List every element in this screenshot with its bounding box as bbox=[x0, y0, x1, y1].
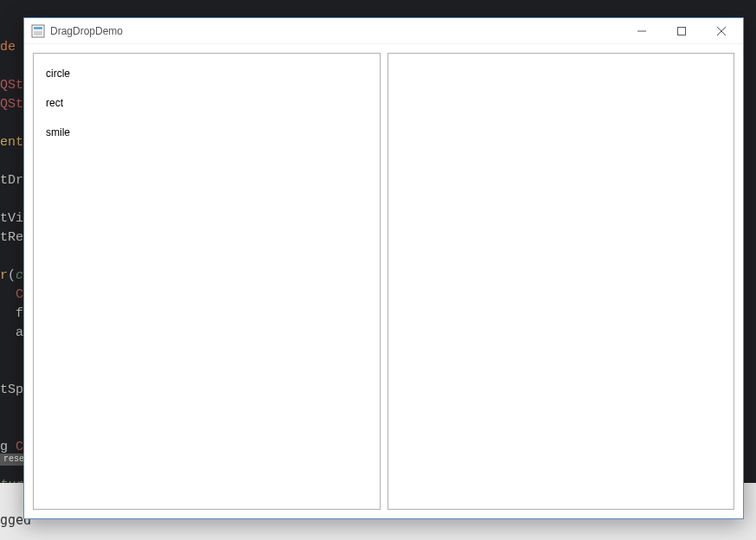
title-bar[interactable]: DragDropDemo bbox=[24, 18, 743, 44]
window-title: DragDropDemo bbox=[50, 25, 123, 37]
close-button[interactable] bbox=[702, 18, 741, 44]
application-window: DragDropDemo circle rect smile bbox=[23, 17, 744, 519]
list-item[interactable]: rect bbox=[34, 88, 380, 118]
svg-rect-2 bbox=[34, 31, 42, 35]
drop-target-panel[interactable] bbox=[388, 53, 735, 510]
list-item[interactable]: smile bbox=[34, 118, 380, 147]
svg-rect-1 bbox=[34, 27, 42, 29]
app-icon bbox=[31, 24, 45, 38]
svg-rect-4 bbox=[678, 27, 686, 35]
minimize-button[interactable] bbox=[622, 18, 662, 44]
list-item[interactable]: circle bbox=[34, 59, 380, 88]
source-list-panel[interactable]: circle rect smile bbox=[33, 53, 381, 510]
maximize-button[interactable] bbox=[662, 18, 702, 44]
client-area: circle rect smile bbox=[24, 44, 743, 518]
